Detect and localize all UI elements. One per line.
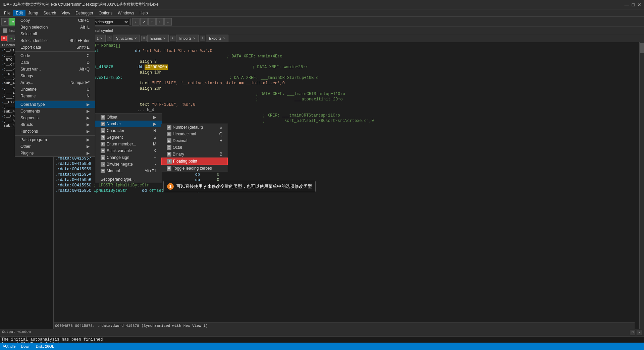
operand-stack-variable[interactable]: V Stack variable K bbox=[95, 147, 162, 154]
toolbar-step-into[interactable]: ↓ bbox=[132, 18, 140, 26]
toolbar-btn-1[interactable]: A bbox=[1, 18, 9, 26]
tab-enums[interactable]: Enums ✕ bbox=[147, 35, 169, 42]
tab-hexview-close[interactable]: ✕ bbox=[100, 37, 103, 40]
edit-sep-1 bbox=[15, 51, 95, 52]
number-hex-label: Hexadecimal bbox=[173, 132, 196, 136]
operand-offset[interactable]: ⊞ Offset ▶ bbox=[95, 114, 162, 121]
space-5 bbox=[142, 64, 145, 70]
toolbar-step-out[interactable]: ↑ bbox=[148, 18, 156, 26]
menu-debugger[interactable]: Debugger bbox=[73, 10, 96, 16]
number-decimal[interactable]: D Decimal H bbox=[161, 137, 228, 144]
code-area[interactable]: 00415858 ; char Format[] 00415858 Format… bbox=[54, 42, 639, 329]
number-default[interactable]: # Number (default) # bbox=[161, 124, 228, 131]
operand-character[interactable]: C Character R bbox=[95, 127, 162, 134]
edit-undefine[interactable]: Undefine U bbox=[15, 86, 95, 93]
scrollbar-thumb[interactable] bbox=[640, 43, 644, 53]
tab-structures[interactable]: Structures ✕ bbox=[113, 35, 140, 42]
tab-structures-close[interactable]: ✕ bbox=[134, 37, 137, 40]
rdata-addr-9: .rdata:00415959 bbox=[55, 167, 91, 172]
edit-select-identifier-label: Select identifier bbox=[20, 38, 48, 43]
edit-segments[interactable]: Segments ▶ bbox=[15, 115, 95, 121]
edit-comments[interactable]: Comments ▶ bbox=[15, 108, 95, 115]
operand-change-sign[interactable]: ± Change sign – bbox=[95, 154, 162, 161]
menu-windows[interactable]: Windows bbox=[115, 10, 137, 16]
vertical-scrollbar[interactable] bbox=[639, 42, 644, 329]
sidebar-dot-2: • bbox=[1, 54, 3, 57]
edit-operand-type[interactable]: Operand type ▶ bbox=[15, 101, 95, 108]
edit-select-all[interactable]: Select all bbox=[15, 31, 95, 37]
menu-jump[interactable]: Jump bbox=[25, 10, 41, 16]
edit-code[interactable]: Code C bbox=[15, 52, 95, 59]
output-close-btn[interactable]: ✕ bbox=[637, 330, 642, 335]
edit-code-shortcut: C bbox=[87, 53, 90, 58]
tab-imports-label: Imports bbox=[179, 36, 192, 40]
menu-options[interactable]: Options bbox=[96, 10, 115, 16]
operand-sign-icon: ± bbox=[101, 155, 105, 160]
toolbar-extra[interactable]: … bbox=[164, 18, 172, 26]
edit-other-label: Other bbox=[20, 144, 31, 149]
edit-strings[interactable]: Strings bbox=[15, 73, 95, 79]
edit-struct-var-label: Struct var... bbox=[20, 67, 41, 72]
minimize-button[interactable]: — bbox=[625, 2, 629, 7]
operand-segment[interactable]: S Segment S bbox=[95, 134, 162, 141]
edit-copy[interactable]: Copy Ctrl+C bbox=[15, 17, 95, 24]
edit-patch-program[interactable]: Patch program ▶ bbox=[15, 136, 95, 143]
toolbar-run-until[interactable]: →| bbox=[156, 18, 164, 26]
number-octal[interactable]: O Octal bbox=[161, 144, 228, 151]
tab-exports-close[interactable]: ✕ bbox=[223, 37, 225, 40]
operand-segment-shortcut: S bbox=[154, 135, 156, 140]
operand-number-label: Number bbox=[107, 122, 121, 126]
edit-rename-shortcut: N bbox=[87, 94, 90, 98]
rdata-comment-12: ; LPCSTR lpMultiByteStr bbox=[91, 183, 149, 188]
menu-view[interactable]: View bbox=[59, 10, 73, 16]
edit-select-identifier[interactable]: Select identifier Shift+Enter bbox=[15, 37, 95, 44]
edit-begin-selection[interactable]: Begin selection Alt+L bbox=[15, 24, 95, 31]
tab-structures-icon-btn[interactable]: A bbox=[107, 36, 112, 41]
number-toggle-leading-zeroes[interactable]: 0 Toggle leading zeroes bbox=[161, 165, 228, 172]
menu-edit[interactable]: Edit bbox=[13, 10, 25, 16]
edit-other[interactable]: Other ▶ bbox=[15, 143, 95, 150]
edit-rename[interactable]: Rename N bbox=[15, 93, 95, 99]
tab-enums-icon-btn[interactable]: Ⅱ bbox=[141, 36, 147, 41]
edit-struct-var[interactable]: Struct var... Alt+Q bbox=[15, 66, 95, 73]
operand-type-submenu: ⊞ Offset ▶ # Number ▶ C Character R S Se… bbox=[95, 114, 162, 183]
operand-manual[interactable]: M Manual... Alt+F1 bbox=[95, 168, 162, 174]
tab-imports-close[interactable]: ✕ bbox=[193, 37, 196, 40]
code-10-spaces bbox=[92, 91, 256, 97]
operand-manual-icon: M bbox=[101, 169, 105, 173]
operand-number-arrow: ▶ bbox=[153, 122, 156, 126]
operand-5: 40200000h bbox=[145, 64, 168, 70]
menu-help[interactable]: Help bbox=[137, 10, 151, 16]
toolbar-step-over[interactable]: ↗ bbox=[140, 18, 148, 26]
tab-exports-icon-btn[interactable]: ⤒ bbox=[200, 36, 205, 41]
edit-array[interactable]: Array... Numpad+* bbox=[15, 79, 95, 86]
edit-data[interactable]: Data D bbox=[15, 59, 95, 66]
maximize-button[interactable]: □ bbox=[632, 2, 635, 7]
operand-number[interactable]: # Number ▶ bbox=[95, 121, 162, 127]
code-line-8: 00415880 text "UTF-16LE", '__native_star… bbox=[55, 81, 638, 86]
menu-file[interactable]: File bbox=[1, 10, 13, 16]
tab-imports-icon-btn[interactable]: ⤓ bbox=[170, 36, 175, 41]
sidebar-dot-14: • bbox=[1, 110, 3, 113]
tab-exports[interactable]: Exports ✕ bbox=[206, 35, 228, 42]
edit-functions[interactable]: Functions ▶ bbox=[15, 128, 95, 135]
close-button[interactable]: ✕ bbox=[637, 2, 641, 7]
edit-sep-3 bbox=[15, 135, 95, 136]
edit-structs-label: Structs bbox=[20, 122, 33, 127]
number-binary[interactable]: B Binary B bbox=[161, 151, 228, 158]
tab-imports[interactable]: Imports ✕ bbox=[176, 35, 199, 42]
operand-enum-member[interactable]: E Enum member... M bbox=[95, 141, 162, 147]
number-floating-point[interactable]: F Floating point bbox=[161, 158, 228, 165]
edit-strings-label: Strings bbox=[20, 74, 33, 78]
operand-bitwise-negate[interactable]: ~ Bitwise negate ~ bbox=[95, 161, 162, 168]
edit-plugins[interactable]: Plugins ▶ bbox=[15, 150, 95, 157]
menu-search[interactable]: Search bbox=[41, 10, 59, 16]
edit-structs[interactable]: Structs ▶ bbox=[15, 121, 95, 128]
edit-export-data[interactable]: Export data Shift+E bbox=[15, 44, 95, 51]
output-float-btn[interactable]: □ bbox=[630, 330, 635, 335]
code-line-4: 00415872 align 8 bbox=[55, 59, 638, 64]
operand-set-type[interactable]: Set operand type... bbox=[95, 176, 162, 183]
tab-enums-close[interactable]: ✕ bbox=[163, 37, 166, 40]
number-hex[interactable]: H Hexadecimal Q bbox=[161, 131, 228, 137]
close-tab-btn[interactable]: ✕ bbox=[1, 36, 7, 41]
